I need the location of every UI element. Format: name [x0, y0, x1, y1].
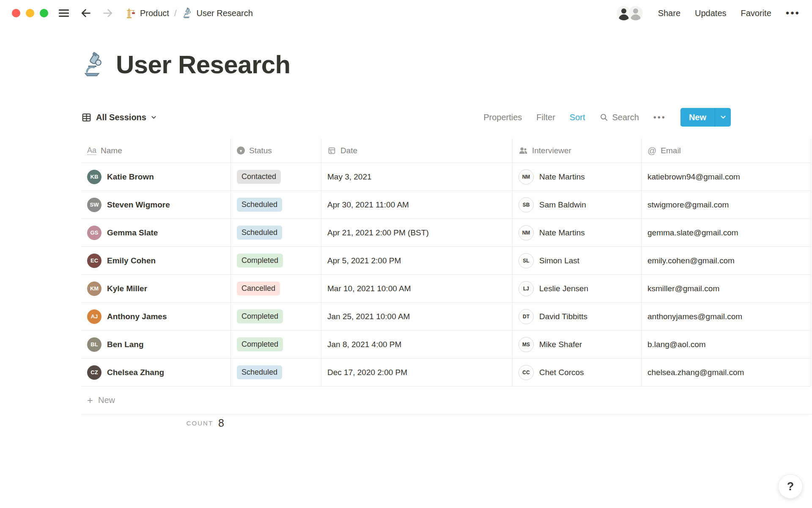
email-cell[interactable]: b.lang@aol.com [642, 331, 811, 358]
name-cell[interactable]: KBKatie Brown [81, 163, 231, 190]
name-link[interactable]: Emily Cohen [107, 256, 156, 265]
name-link[interactable]: Anthony James [107, 312, 167, 321]
interviewer-cell[interactable]: SBSam Baldwin [513, 191, 642, 218]
more-options-icon[interactable]: ••• [786, 8, 800, 18]
date-cell[interactable]: May 3, 2021 [321, 163, 513, 190]
close-button[interactable] [12, 9, 20, 17]
search-label: Search [612, 113, 639, 122]
toolbar-more-icon[interactable]: ••• [653, 113, 666, 121]
email-link[interactable]: stwigmore@gmail.com [647, 200, 729, 210]
breadcrumb-label: Product [140, 8, 169, 18]
favorite-button[interactable]: Favorite [741, 8, 771, 18]
interviewer-cell[interactable]: LJLeslie Jensen [513, 275, 642, 302]
page-title[interactable]: User Research [116, 50, 290, 79]
name-cell[interactable]: GSGemma Slate [81, 219, 231, 246]
column-header-date[interactable]: Date [321, 138, 513, 163]
name-link[interactable]: Steven Wigmore [107, 200, 170, 210]
date-cell[interactable]: Apr 21, 2021 2:00 PM (BST) [321, 219, 513, 246]
name-cell[interactable]: AJAnthony James [81, 303, 231, 330]
interviewer-name: Simon Last [539, 256, 579, 265]
zoom-button[interactable] [40, 9, 48, 17]
new-button[interactable]: New [680, 108, 715, 127]
column-header-interviewer[interactable]: Interviewer [513, 138, 642, 163]
share-button[interactable]: Share [658, 8, 680, 18]
email-cell[interactable]: gemma.slate@gmail.com [642, 219, 811, 246]
table-row: AJAnthony JamesCompletedJan 25, 2021 10:… [81, 303, 811, 331]
updates-button[interactable]: Updates [695, 8, 727, 18]
breadcrumb-item-user-research[interactable]: User Research [182, 8, 253, 19]
collaborator-avatars[interactable] [616, 5, 644, 21]
status-cell[interactable]: Scheduled [231, 219, 321, 246]
status-cell[interactable]: Completed [231, 331, 321, 358]
table-view-icon [81, 112, 92, 123]
name-link[interactable]: Kyle Miller [107, 284, 147, 293]
count-calc[interactable]: COUNT 8 [81, 414, 231, 429]
name-link[interactable]: Chelsea Zhang [107, 368, 164, 377]
column-header-email[interactable]: @Email [642, 138, 811, 163]
sort-button[interactable]: Sort [570, 113, 585, 122]
column-label: Interviewer [532, 146, 571, 155]
date-cell[interactable]: Jan 25, 2021 10:00 AM [321, 303, 513, 330]
email-cell[interactable]: emily.cohen@gmail.com [642, 247, 811, 274]
interviewer-cell[interactable]: SLSimon Last [513, 247, 642, 274]
email-cell[interactable]: anthonyjames@gmail.com [642, 303, 811, 330]
new-row-button[interactable]: + New [81, 387, 811, 414]
help-button[interactable]: ? [778, 474, 803, 499]
breadcrumb-item-product[interactable]: Product [125, 8, 169, 19]
view-switcher[interactable]: All Sessions [81, 112, 157, 123]
email-link[interactable]: ksmiller@gmail.com [647, 284, 719, 293]
email-cell[interactable]: chelsea.zhang@gmail.com [642, 359, 811, 386]
interviewer-cell[interactable]: CCChet Corcos [513, 359, 642, 386]
date-cell[interactable]: Jan 8, 2021 4:00 PM [321, 331, 513, 358]
email-link[interactable]: b.lang@aol.com [647, 340, 706, 349]
status-cell[interactable]: Contacted [231, 163, 321, 190]
status-pill: Completed [237, 337, 283, 351]
status-pill: Cancelled [237, 282, 280, 295]
email-cell[interactable]: ksmiller@gmail.com [642, 275, 811, 302]
status-cell[interactable]: Cancelled [231, 275, 321, 302]
date-cell[interactable]: Dec 17, 2020 2:00 PM [321, 359, 513, 386]
interviewer-cell[interactable]: NMNate Martins [513, 163, 642, 190]
properties-button[interactable]: Properties [483, 113, 522, 122]
toolbar-actions: Properties Filter Sort Search ••• New [483, 108, 731, 127]
column-header-name[interactable]: AaName [81, 138, 231, 163]
window-controls [12, 9, 48, 17]
interviewer-avatar: DT [518, 309, 534, 324]
status-cell[interactable]: Completed [231, 247, 321, 274]
name-cell[interactable]: KMKyle Miller [81, 275, 231, 302]
name-cell[interactable]: CZChelsea Zhang [81, 359, 231, 386]
filter-button[interactable]: Filter [536, 113, 555, 122]
date-cell[interactable]: Apr 5, 2021 2:00 PM [321, 247, 513, 274]
minimize-button[interactable] [26, 9, 34, 17]
email-cell[interactable]: katiebrown94@gmail.com [642, 163, 811, 190]
email-link[interactable]: gemma.slate@gmail.com [647, 228, 738, 237]
interviewer-cell[interactable]: MSMike Shafer [513, 331, 642, 358]
column-header-status[interactable]: ▾Status [231, 138, 321, 163]
interviewer-cell[interactable]: NMNate Martins [513, 219, 642, 246]
email-link[interactable]: anthonyjames@gmail.com [647, 312, 742, 321]
name-link[interactable]: Katie Brown [107, 172, 154, 182]
name-cell[interactable]: BLBen Lang [81, 331, 231, 358]
name-link[interactable]: Ben Lang [107, 340, 144, 349]
interviewer-cell[interactable]: DTDavid Tibbitts [513, 303, 642, 330]
status-cell[interactable]: Scheduled [231, 191, 321, 218]
new-button-chevron[interactable] [715, 108, 731, 127]
name-cell[interactable]: SWSteven Wigmore [81, 191, 231, 218]
search-button[interactable]: Search [599, 113, 639, 122]
sidebar-menu-icon[interactable] [58, 7, 70, 19]
microscope-icon[interactable] [81, 52, 107, 77]
date-cell[interactable]: Apr 30, 2021 11:00 AM [321, 191, 513, 218]
email-cell[interactable]: stwigmore@gmail.com [642, 191, 811, 218]
date-cell[interactable]: Mar 10, 2021 10:00 AM [321, 275, 513, 302]
email-link[interactable]: katiebrown94@gmail.com [647, 172, 740, 182]
status-pill: Scheduled [237, 198, 282, 212]
sessions-table: AaName▾StatusDateInterviewer@Email KBKat… [81, 138, 811, 440]
status-cell[interactable]: Completed [231, 303, 321, 330]
name-cell[interactable]: ECEmily Cohen [81, 247, 231, 274]
email-link[interactable]: chelsea.zhang@gmail.com [647, 368, 744, 377]
email-link[interactable]: emily.cohen@gmail.com [647, 256, 735, 265]
back-arrow-icon[interactable] [80, 7, 92, 19]
status-cell[interactable]: Scheduled [231, 359, 321, 386]
forward-arrow-icon[interactable] [102, 7, 114, 19]
name-link[interactable]: Gemma Slate [107, 228, 158, 237]
